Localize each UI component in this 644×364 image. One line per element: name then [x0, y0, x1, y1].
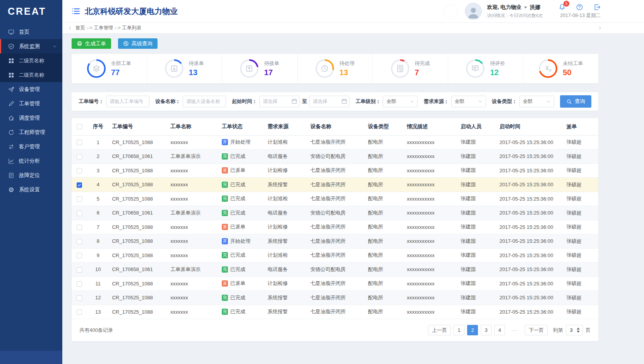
- user-dropdown-caret[interactable]: [524, 7, 527, 9]
- status-text: 已完成: [230, 308, 245, 315]
- sidebar-item-stats-analysis[interactable]: 统计分析: [0, 154, 62, 168]
- source-select[interactable]: 全部: [451, 96, 486, 107]
- stat-card-unsettled[interactable]: 未结工单50: [523, 54, 598, 83]
- row-checkbox[interactable]: [77, 211, 82, 216]
- level-select[interactable]: 全部: [383, 96, 418, 107]
- row-checkbox[interactable]: [77, 168, 82, 173]
- cell-device-name: 安德公司配电房: [307, 263, 365, 277]
- select-all-checkbox[interactable]: [77, 124, 82, 129]
- cell-order-no: CR_170658_1061: [109, 149, 167, 164]
- sidebar-item-system-settings[interactable]: 系统设置: [0, 182, 62, 197]
- breadcrumb-forward-icon[interactable]: [598, 26, 602, 31]
- page-button-1[interactable]: 1: [454, 325, 464, 335]
- device-name-input[interactable]: [183, 96, 226, 107]
- cell-starter: 张建国: [457, 234, 497, 249]
- sidebar-item-dispatch-mgmt[interactable]: 调度管理: [0, 111, 62, 125]
- row-checkbox[interactable]: [77, 309, 82, 315]
- stat-card-to-review[interactable]: 待评价12: [448, 54, 524, 83]
- sidebar-collapse-bar[interactable]: [0, 351, 62, 364]
- page-button-2[interactable]: 2: [467, 325, 478, 335]
- table-row: 11CR_170525_1088xxxxxxx派已派单计划检修七星油脂开闭所配电…: [72, 276, 598, 291]
- table-row: 1CR_170525_1088xxxxxxx开开始处理计划巡检七星油脂开闭所配电…: [72, 135, 598, 149]
- stat-card-all-orders[interactable]: 全部工单77: [72, 54, 147, 83]
- stat-card-to-process[interactable]: 待处理13: [298, 54, 373, 83]
- goto-page-input[interactable]: [566, 327, 576, 333]
- stat-card-to-finish[interactable]: 待完成7: [373, 54, 448, 83]
- sidebar-item-subpage-2[interactable]: 二级页名称: [0, 68, 62, 82]
- breadcrumb-back-icon[interactable]: [68, 26, 72, 31]
- cell-device-type: 配电所: [365, 234, 404, 249]
- prev-page-button[interactable]: 上一页: [428, 325, 451, 335]
- page-spinner[interactable]: [577, 328, 580, 333]
- row-checkbox[interactable]: [77, 267, 82, 273]
- start-date-input[interactable]: [259, 96, 300, 107]
- status: 派已派单: [222, 223, 262, 230]
- cell-description: xxxxxxxxxxx: [404, 291, 457, 305]
- clock-icon: [320, 64, 329, 73]
- cell-device-type: 配电所: [365, 163, 404, 178]
- status-text: 开始处理: [230, 238, 250, 245]
- sidebar-item-fault-location[interactable]: 故障定位: [0, 168, 62, 182]
- sidebar-item-customer-mgmt[interactable]: 客户管理: [0, 139, 62, 154]
- cell-source: 电话服务: [265, 149, 308, 164]
- next-page-button[interactable]: 下一页: [525, 325, 548, 335]
- advanced-search-button[interactable]: 高级查询: [118, 38, 158, 49]
- row-checkbox[interactable]: [77, 182, 82, 188]
- cell-device-name: 七星油脂开闭所: [307, 178, 365, 192]
- page-button-4[interactable]: 4: [494, 325, 505, 335]
- cell-source: 电话服务: [265, 206, 308, 220]
- pagination: 上一页1234···下一页: [428, 325, 548, 335]
- column-header: 工单编号: [109, 118, 167, 135]
- avatar[interactable]: [465, 3, 482, 20]
- row-checkbox[interactable]: [77, 225, 82, 230]
- stat-card-to-accept[interactable]: 待接单17: [222, 54, 298, 83]
- stat-label: 待接单: [264, 60, 279, 67]
- page-button-3[interactable]: 3: [481, 325, 492, 335]
- cell-order-no: CR_170525_1088: [109, 178, 167, 192]
- end-date-input[interactable]: [309, 96, 349, 107]
- menu-toggle-icon[interactable]: [72, 7, 80, 15]
- row-checkbox[interactable]: [77, 140, 82, 145]
- row-checkbox[interactable]: [77, 281, 82, 287]
- cell-source: 计划检修: [265, 220, 308, 234]
- search-button[interactable]: 查询: [560, 95, 591, 108]
- sidebar-item-label: 工程师管理: [19, 129, 45, 136]
- search-circle-icon: [123, 41, 129, 46]
- row-checkbox[interactable]: [77, 239, 82, 244]
- logout-icon[interactable]: [593, 3, 601, 11]
- help-icon[interactable]: [576, 3, 583, 11]
- cell-status: 派已派单: [219, 163, 265, 178]
- sidebar-item-label: 二级页名称: [19, 57, 44, 64]
- row-checkbox-cell: [72, 220, 87, 234]
- row-checkbox[interactable]: [77, 154, 82, 160]
- row-checkbox[interactable]: [77, 295, 82, 301]
- sidebar-item-device-mgmt[interactable]: 设备管理: [0, 82, 62, 96]
- device-type-select[interactable]: 全部: [519, 96, 554, 107]
- row-checkbox[interactable]: [77, 196, 82, 202]
- status-badge: 完: [222, 153, 228, 160]
- sidebar-item-system-monitor[interactable]: 系统监测: [0, 39, 62, 53]
- breadcrumb-item[interactable]: 首页: [75, 25, 85, 31]
- bell-icon[interactable]: 5: [558, 3, 566, 11]
- sidebar-item-subpage-1[interactable]: 二级页名称: [0, 53, 62, 68]
- grid-icon: [8, 72, 14, 78]
- row-checkbox[interactable]: [77, 253, 82, 258]
- sidebar-item-home[interactable]: 首页: [0, 25, 62, 39]
- cell-seq: 11: [87, 276, 109, 291]
- progress-ring: [539, 59, 557, 78]
- stat-text: 待派单13: [189, 60, 204, 77]
- cell-starter: 张建国: [457, 192, 497, 206]
- order-no-input[interactable]: [106, 96, 149, 107]
- status-text: 已完成: [230, 209, 245, 216]
- stat-label: 未结工单: [563, 60, 583, 67]
- sidebar-item-order-mgmt[interactable]: 工单管理: [0, 96, 62, 111]
- status: 完已完成: [222, 209, 262, 216]
- create-order-button[interactable]: 生成工单: [72, 38, 111, 49]
- cell-device-name: 安德公司配电房: [307, 149, 365, 164]
- column-header: 启动人员: [457, 118, 497, 135]
- sidebar-item-engineer-mgmt[interactable]: 工程师管理: [0, 125, 62, 139]
- breadcrumb-item[interactable]: 工单列表: [122, 25, 141, 31]
- stat-card-to-dispatch[interactable]: 待派单13: [147, 54, 223, 83]
- chevron-down-icon: [409, 99, 414, 104]
- breadcrumb-item[interactable]: 工单管理: [94, 25, 113, 31]
